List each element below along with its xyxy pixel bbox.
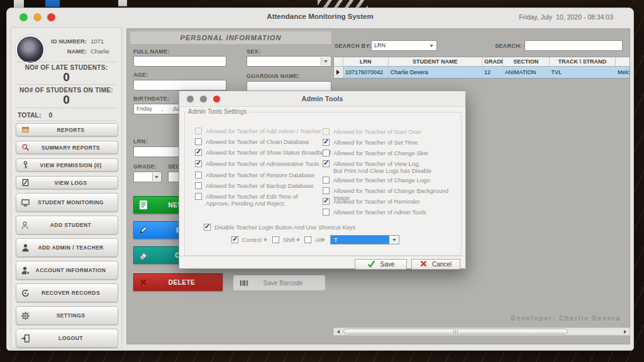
button-label: ACCOUNT INFORMATION xyxy=(34,267,118,273)
column-header[interactable]: TRACK \ STRAND xyxy=(550,57,616,67)
birthdate-label: BIRTHDATE: xyxy=(133,96,169,102)
row-selected-arrow-icon xyxy=(336,70,340,75)
column-header[interactable]: GRADE xyxy=(482,57,503,67)
reports-button[interactable]: REPORTS xyxy=(16,123,118,136)
checkbox-admin-tools[interactable]: Allowed for Teacher of Admin Tools xyxy=(323,209,426,216)
checkbox-label: Allowed for Teacher of Backup Database xyxy=(206,182,313,189)
save-barcode-button[interactable]: Save Barcode xyxy=(233,275,326,291)
checkbox-show-status-broadband[interactable]: Allowed for Teacher of Show Status Broad… xyxy=(195,149,331,156)
group-label: Admin Tools Settings xyxy=(186,108,249,115)
checkbox-disable-teacher-login[interactable]: Disable Teacher Login Button And Use Sho… xyxy=(204,224,355,231)
column-header[interactable]: LRN xyxy=(343,57,389,67)
checkbox-box xyxy=(323,177,330,184)
row-selector-cell[interactable] xyxy=(334,67,343,78)
student-monitoring-button[interactable]: STUDENT MONITORING xyxy=(16,193,118,212)
checkbox-shift-key[interactable]: Shift xyxy=(272,236,295,243)
lrn-cell: 107176070042 xyxy=(343,67,389,78)
logout-door-icon xyxy=(16,334,34,343)
checkbox-change-skin[interactable]: Allowed for Teacher of Change Skin xyxy=(323,150,428,156)
scrollbar-thumb[interactable] xyxy=(343,329,568,334)
scroll-right-arrow-icon[interactable] xyxy=(621,328,630,335)
checkbox-label: Allowed for Teacher of View Log, But Pri… xyxy=(333,160,431,174)
checkbox-start-over[interactable]: Allowed for Teacher of Start Over xyxy=(323,128,421,135)
button-label: RECOVER RECORDS xyxy=(34,290,118,296)
pencil-icon xyxy=(134,226,153,234)
scroll-left-arrow-icon[interactable] xyxy=(334,328,343,335)
lrn-label: LRN: xyxy=(133,138,148,145)
dropdown-arrow[interactable] xyxy=(426,41,436,50)
divider xyxy=(16,84,116,85)
checkbox-box xyxy=(195,149,202,156)
partial-cell: Melc xyxy=(616,67,630,78)
sex-select[interactable] xyxy=(247,56,331,67)
cancel-button[interactable]: Cancel xyxy=(411,259,460,270)
checkbox-set-time[interactable]: Allowed for Teacher of Set Time xyxy=(323,139,418,146)
students-table: LRN STUDENT NAME GRADE SECTION TRACK \ S… xyxy=(333,57,630,79)
divider xyxy=(16,121,116,121)
table-row[interactable]: 107176070042 Charlie Devera 12 ANIMATION… xyxy=(334,67,630,78)
dialog-divider xyxy=(179,256,465,256)
checkbox-add-admin-teacher[interactable]: Allowed for Teacher of Add Admin / Teach… xyxy=(195,128,321,134)
app-window: Attendance Monitoring System Friday, Jul… xyxy=(6,8,634,351)
summary-reports-button[interactable]: SUMMARY REPORTS xyxy=(16,141,118,154)
button-label: VIEW PERMISSION (0) xyxy=(34,162,118,168)
add-student-button[interactable]: ADD STUDENT xyxy=(16,216,118,234)
search-by-label: SEARCH BY: xyxy=(335,43,371,49)
checkbox-restore-database[interactable]: Allowed for Teacher of Restore Database xyxy=(195,172,314,178)
checkbox-view-log[interactable]: Allowed for Teacher of View Log, But Pri… xyxy=(323,160,431,174)
table-header-row: LRN STUDENT NAME GRADE SECTION TRACK \ S… xyxy=(334,57,630,67)
button-label: SETTINGS xyxy=(34,312,118,319)
desktop-texture-stripes xyxy=(318,0,368,8)
save-button[interactable]: Save xyxy=(355,259,407,270)
search-by-select[interactable]: LRN xyxy=(371,40,437,51)
grade-select[interactable] xyxy=(133,172,162,182)
account-information-button[interactable]: ACCOUNT INFORMATION xyxy=(16,261,118,280)
dropdown-arrow[interactable] xyxy=(321,57,330,65)
add-admin-teacher-button[interactable]: ADD ADMIN / TEACHER xyxy=(16,238,118,257)
checkbox-control-key[interactable]: Control xyxy=(231,236,262,243)
dropdown-arrow[interactable] xyxy=(152,173,160,181)
checkbox-change-logo[interactable]: Allowed for Teacher of Change Logo xyxy=(323,177,430,184)
checkbox-edit-time[interactable]: Allowed for Teacher of Edit Time of Appr… xyxy=(195,193,298,207)
horizontal-scrollbar[interactable] xyxy=(333,327,630,336)
window-titlebar: Attendance Monitoring System Friday, Jul… xyxy=(7,8,633,26)
fullname-label: FULL NAME: xyxy=(133,48,170,55)
shortcut-key-select[interactable]: T xyxy=(330,235,399,244)
delete-x-icon xyxy=(134,278,153,286)
button-label: LOGOUT xyxy=(34,335,118,341)
desktop-window-fragment xyxy=(118,0,127,6)
fullname-input[interactable] xyxy=(133,56,226,67)
button-label: ADD STUDENT xyxy=(34,222,118,228)
plus-sign: + xyxy=(321,236,325,243)
dropdown-arrow[interactable] xyxy=(389,236,399,244)
checkbox-box xyxy=(272,236,279,243)
checkbox-reminder[interactable]: Allowed for Teacher of Reminder xyxy=(323,198,420,205)
restore-arrow-icon xyxy=(16,288,34,298)
view-logs-button[interactable]: VIEW LOGS xyxy=(16,176,118,189)
view-permission-button[interactable]: VIEW PERMISSION (0) xyxy=(16,158,118,172)
recover-records-button[interactable]: RECOVER RECORDS xyxy=(16,283,118,302)
column-header[interactable]: STUDENT NAME xyxy=(389,57,482,67)
id-number-row: ID NUMBER: 1071 xyxy=(48,38,104,45)
button-label: Save Barcode xyxy=(255,280,325,287)
checkbox-backup-database[interactable]: Allowed for Teacher of Backup Database xyxy=(195,182,313,189)
shortcut-key-value: T xyxy=(331,236,389,244)
logout-button[interactable]: LOGOUT xyxy=(16,329,118,348)
checkbox-box xyxy=(195,172,202,178)
personal-information-header: PERSONAL INFORMATION xyxy=(130,31,331,44)
divider xyxy=(16,62,116,62)
checkbox-label: Allowed for Teacher of Set Time xyxy=(333,139,418,146)
checkbox-alt-key[interactable]: Alt xyxy=(304,236,322,243)
eraser-icon xyxy=(134,251,153,260)
desktop-texture xyxy=(0,349,644,362)
delete-button[interactable]: DELETE xyxy=(133,273,223,291)
age-input[interactable] xyxy=(133,80,226,90)
column-header[interactable]: SECTION xyxy=(503,57,550,67)
checkbox-label: Shift xyxy=(283,236,295,243)
settings-button[interactable]: SETTINGS xyxy=(16,306,118,325)
checkbox-clean-database[interactable]: Allowed for Teacher of Clean Database xyxy=(195,138,309,145)
checkbox-label: Allowed for Teacher of Change Skin xyxy=(333,150,428,156)
search-input[interactable] xyxy=(525,40,623,51)
checkbox-box xyxy=(195,138,202,145)
checkbox-administrative-tools[interactable]: Allowed for Teacher of Administrative To… xyxy=(195,160,319,167)
